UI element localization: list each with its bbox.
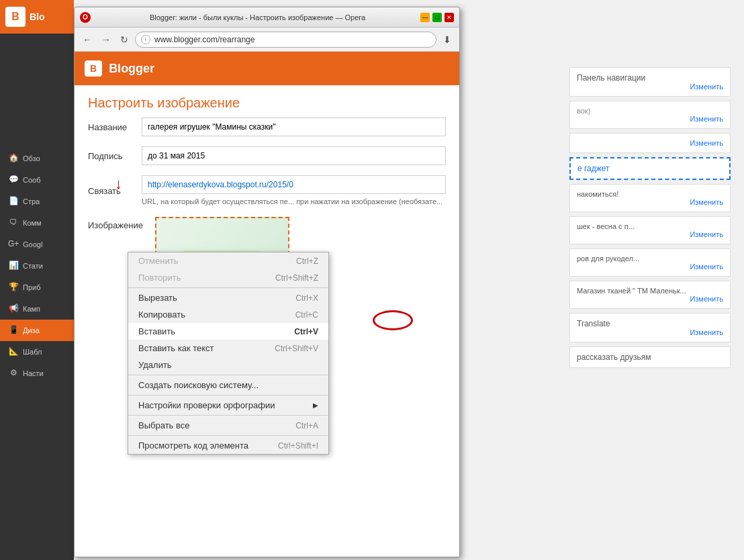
sidebar-navigation: 🏠 Обзо 💬 Сооб 📄 Стра 🗨 Комм G+ Googl 📊 xyxy=(0,148,74,384)
link-input[interactable] xyxy=(142,175,446,194)
sidebar-item-kamp[interactable]: 📢 Камп xyxy=(0,298,74,320)
widget-nav: Панель навигации Изменить xyxy=(569,67,731,97)
context-menu: Отменить Ctrl+Z Повторить Ctrl+Shift+Z В… xyxy=(128,252,329,455)
ctx-spell-arrow: ▶ xyxy=(313,402,318,409)
ctx-delete[interactable]: Удалить xyxy=(128,357,328,373)
blogger-logo-icon: B xyxy=(5,7,26,27)
refresh-button[interactable]: ↻ xyxy=(118,33,131,46)
name-label: Название xyxy=(88,122,142,132)
sidebar-item-diza[interactable]: 📱 Диза xyxy=(0,320,74,341)
image-form: Название Подпись Связать ↓ URL, на котор… xyxy=(75,118,459,207)
campaign-icon: 📢 xyxy=(8,304,19,314)
ctx-sep-5 xyxy=(128,435,328,436)
google-icon: G+ xyxy=(8,239,19,250)
widget-7-change[interactable]: Изменить xyxy=(577,295,723,303)
ctx-sep-1 xyxy=(128,287,328,288)
opera-logo-icon: O xyxy=(80,12,91,23)
configure-image-title: Настроить изображение xyxy=(75,85,459,118)
caption-input[interactable] xyxy=(142,146,446,165)
widget-5-title: шек - весна с п... xyxy=(577,222,723,230)
widget-share-title: рассказать друзьям xyxy=(577,353,723,362)
link-row: Связать ↓ URL, на который будет осуществ… xyxy=(88,175,446,207)
home-icon: 🏠 xyxy=(8,153,19,164)
maximize-button[interactable]: □ xyxy=(432,13,442,22)
widget-4: накомиться! Изменить xyxy=(569,184,731,212)
widget-4-title: накомиться! xyxy=(577,190,723,198)
ctx-undo[interactable]: Отменить Ctrl+Z xyxy=(128,252,328,269)
widget-7: Магазин тканей " ТМ Маленьк... Изменить xyxy=(569,281,731,309)
ctx-sep-4 xyxy=(128,415,328,416)
widget-6: ров для рукодел... Изменить xyxy=(569,248,731,277)
widget-3-change[interactable]: Изменить xyxy=(577,139,723,147)
widget-4-change[interactable]: Изменить xyxy=(577,198,723,206)
stats-icon: 📊 xyxy=(8,261,19,271)
widget-6-title: ров для рукодел... xyxy=(577,254,723,263)
message-icon: 💬 xyxy=(8,175,19,185)
sidebar-item-google[interactable]: G+ Googl xyxy=(0,234,74,255)
opera-titlebar: O Blogger: жили - были куклы - Настроить… xyxy=(75,7,459,28)
url-hint: URL, на который будет осуществляться пе.… xyxy=(142,197,446,207)
widget-5: шек - весна с п... Изменить xyxy=(569,216,731,244)
download-icon[interactable]: ⬇ xyxy=(440,33,454,46)
ctx-cut[interactable]: Вырезать Ctrl+X xyxy=(128,289,328,306)
ctx-redo[interactable]: Повторить Ctrl+Shift+Z xyxy=(128,269,328,286)
ctx-spell-check[interactable]: Настройки проверки орфографии ▶ xyxy=(128,397,328,414)
sidebar-item-stra[interactable]: 📄 Стра xyxy=(0,191,74,212)
sidebar-header: B Blo xyxy=(0,0,74,34)
sidebar-item-shabl[interactable]: 📐 Шабл xyxy=(0,341,74,363)
sidebar-item-nasti[interactable]: ⚙ Насти xyxy=(0,363,74,384)
widget-nav-title: Панель навигации xyxy=(577,73,723,83)
back-button[interactable]: ← xyxy=(80,33,95,46)
right-panel: Панель навигации Изменить вок) Изменить … xyxy=(569,67,731,372)
window-controls: — □ ✕ xyxy=(420,13,454,22)
sidebar-item-soob[interactable]: 💬 Сооб xyxy=(0,169,74,191)
minimize-button[interactable]: — xyxy=(420,13,430,22)
blogger-brand-text: Blo xyxy=(30,11,45,22)
ctx-inspect[interactable]: Просмотреть код элемента Ctrl+Shift+I xyxy=(128,437,328,454)
widget-share: рассказать друзьям xyxy=(569,346,731,368)
sidebar-item-stati[interactable]: 📊 Стати xyxy=(0,255,74,277)
blogger-inner-logo: B xyxy=(85,60,102,77)
design-icon: 📱 xyxy=(8,325,19,336)
widget-3: Изменить xyxy=(569,133,731,153)
opera-title: Blogger: жили - были куклы - Настроить и… xyxy=(95,13,420,21)
sidebar-item-prib[interactable]: 🏆 Приб xyxy=(0,277,74,298)
link-field-wrapper: ↓ URL, на который будет осуществляться п… xyxy=(142,175,446,207)
security-icon: i xyxy=(141,35,150,44)
ctx-sep-3 xyxy=(128,395,328,395)
widget-2-change[interactable]: Изменить xyxy=(577,115,723,123)
ctx-paste-as-text[interactable]: Вставить как текст Ctrl+Shift+V xyxy=(128,340,328,357)
widget-2-desc: вок) xyxy=(577,107,723,115)
name-input[interactable] xyxy=(142,118,446,136)
background-sidebar: B Blo 🏠 Обзо 💬 Сооб 📄 Стра 🗨 Комм G+ xyxy=(0,0,74,560)
widget-7-title: Магазин тканей " ТМ Маленьк... xyxy=(577,287,723,295)
ctx-copy[interactable]: Копировать Ctrl+C xyxy=(128,306,328,323)
ctx-sep-2 xyxy=(128,375,328,375)
link-red-arrow: ↓ xyxy=(115,175,122,193)
caption-label: Подпись xyxy=(88,151,142,161)
address-bar[interactable]: i www.blogger.com/rearrange xyxy=(135,32,436,48)
ctx-create-search[interactable]: Создать поисковую систему... xyxy=(128,377,328,393)
trophy-icon: 🏆 xyxy=(8,282,19,293)
widget-translate-title: Translate xyxy=(577,319,723,328)
caption-row: Подпись xyxy=(88,146,446,165)
forward-button[interactable]: → xyxy=(99,33,113,46)
name-row: Название xyxy=(88,118,446,136)
widget-2: вок) Изменить xyxy=(569,101,731,129)
comment-icon: 🗨 xyxy=(8,218,19,228)
ctx-select-all[interactable]: Выбрать все Ctrl+A xyxy=(128,417,328,434)
widget-5-change[interactable]: Изменить xyxy=(577,230,723,238)
widget-nav-change[interactable]: Изменить xyxy=(577,83,723,91)
sidebar-item-obzo[interactable]: 🏠 Обзо xyxy=(0,148,74,169)
blogger-inner-header: B Blogger xyxy=(75,52,459,85)
widget-6-change[interactable]: Изменить xyxy=(577,263,723,271)
template-icon: 📐 xyxy=(8,346,19,357)
close-button[interactable]: ✕ xyxy=(445,13,454,22)
widget-translate-change[interactable]: Изменить xyxy=(577,328,723,336)
ctx-paste[interactable]: Вставить Ctrl+V xyxy=(128,323,328,340)
address-text: www.blogger.com/rearrange xyxy=(154,35,254,44)
opera-toolbar: ← → ↻ i www.blogger.com/rearrange ⬇ xyxy=(75,28,459,52)
sidebar-item-komm[interactable]: 🗨 Комм xyxy=(0,212,74,234)
settings-icon: ⚙ xyxy=(8,368,19,379)
widget-gadget: е гаджет xyxy=(569,157,731,180)
